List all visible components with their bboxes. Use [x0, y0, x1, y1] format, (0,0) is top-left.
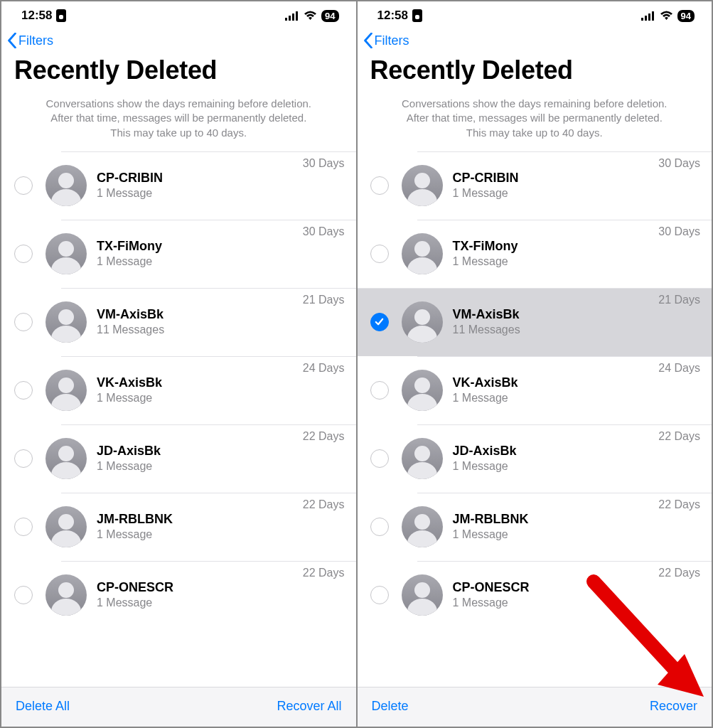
days-remaining: 22 Days: [658, 561, 712, 579]
conversation-subtitle: 1 Message: [453, 187, 659, 200]
conversation-subtitle: 1 Message: [97, 187, 303, 200]
conversation-subtitle: 1 Message: [97, 528, 303, 541]
chevron-left-icon: [363, 33, 373, 48]
days-remaining: 30 Days: [303, 220, 356, 238]
svg-rect-3: [296, 11, 298, 21]
delete-all-button[interactable]: Delete All: [16, 699, 70, 714]
conversation-row[interactable]: CP-ONESCR1 Message22 Days: [1, 561, 356, 629]
sim-icon: [412, 9, 422, 22]
avatar-icon: [45, 301, 87, 343]
svg-rect-4: [641, 18, 643, 21]
conversation-row[interactable]: JM-RBLBNK1 Message22 Days: [358, 493, 712, 561]
select-checkbox[interactable]: [14, 381, 33, 400]
conversation-name: JM-RBLBNK: [97, 512, 303, 527]
select-checkbox[interactable]: [370, 176, 389, 195]
select-checkbox[interactable]: [14, 245, 33, 263]
conversation-name: TX-FiMony: [97, 239, 303, 254]
select-checkbox[interactable]: [14, 176, 33, 195]
conversation-name: CP-CRIBIN: [453, 171, 659, 186]
avatar-icon: [402, 165, 443, 206]
svg-rect-2: [292, 14, 294, 21]
days-remaining: 30 Days: [658, 151, 712, 170]
days-remaining: 22 Days: [658, 424, 712, 443]
avatar-icon: [402, 506, 443, 547]
conversation-row[interactable]: CP-CRIBIN1 Message30 Days: [358, 151, 712, 220]
battery-indicator: 94: [321, 10, 338, 22]
phone-screenshot-right: 12:58 94 Filters Recently Deleted Conver…: [358, 1, 712, 727]
page-description: Conversations show the days remaining be…: [1, 92, 356, 151]
status-bar: 12:58 94: [1, 1, 356, 26]
conversation-row[interactable]: TX-FiMony1 Message30 Days: [1, 220, 356, 288]
days-remaining: 22 Days: [303, 561, 356, 579]
page-title: Recently Deleted: [1, 54, 356, 92]
conversation-row[interactable]: VK-AxisBk1 Message24 Days: [358, 356, 712, 424]
select-checkbox[interactable]: [14, 586, 33, 604]
conversation-name: JD-AxisBk: [453, 444, 659, 459]
conversation-row[interactable]: CP-ONESCR1 Message22 Days: [358, 561, 712, 629]
select-checkbox[interactable]: [370, 381, 389, 400]
select-checkbox[interactable]: [14, 449, 33, 468]
phone-screenshot-left: 12:58 94 Filters Recently Deleted Conver…: [1, 1, 356, 727]
select-checkbox[interactable]: [370, 245, 389, 263]
conversation-subtitle: 1 Message: [453, 596, 659, 609]
conversation-row[interactable]: VK-AxisBk1 Message24 Days: [1, 356, 356, 424]
conversation-list: CP-CRIBIN1 Message30 DaysTX-FiMony1 Mess…: [358, 151, 712, 687]
days-remaining: 22 Days: [658, 493, 712, 511]
avatar-icon: [45, 165, 87, 206]
days-remaining: 24 Days: [303, 356, 356, 375]
conversation-subtitle: 1 Message: [453, 460, 659, 473]
page-title: Recently Deleted: [358, 54, 712, 92]
recover-all-button[interactable]: Recover All: [277, 699, 341, 714]
avatar-icon: [45, 370, 87, 411]
conversation-subtitle: 1 Message: [453, 392, 659, 405]
sim-icon: [56, 9, 66, 22]
conversation-row[interactable]: JD-AxisBk1 Message22 Days: [358, 424, 712, 493]
conversation-name: VM-AxisBk: [453, 307, 659, 322]
conversation-name: VK-AxisBk: [97, 375, 303, 390]
back-button[interactable]: Filters: [358, 26, 712, 54]
select-checkbox[interactable]: [370, 518, 389, 536]
days-remaining: 24 Days: [658, 356, 712, 375]
svg-rect-5: [645, 16, 647, 21]
days-remaining: 30 Days: [658, 220, 712, 238]
conversation-subtitle: 1 Message: [97, 596, 303, 609]
delete-button[interactable]: Delete: [372, 699, 409, 714]
conversation-row[interactable]: TX-FiMony1 Message30 Days: [358, 220, 712, 288]
conversation-row[interactable]: JM-RBLBNK1 Message22 Days: [1, 493, 356, 561]
chevron-left-icon: [7, 33, 17, 48]
days-remaining: 21 Days: [303, 288, 356, 306]
conversation-row[interactable]: CP-CRIBIN1 Message30 Days: [1, 151, 356, 220]
select-checkbox[interactable]: [14, 518, 33, 536]
days-remaining: 22 Days: [303, 424, 356, 443]
conversation-row[interactable]: JD-AxisBk1 Message22 Days: [1, 424, 356, 493]
cellular-icon: [641, 11, 655, 21]
conversation-subtitle: 1 Message: [453, 255, 659, 268]
svg-rect-7: [652, 11, 654, 21]
select-checkbox[interactable]: [370, 586, 389, 604]
days-remaining: 21 Days: [658, 288, 712, 306]
avatar-icon: [45, 574, 87, 616]
toolbar: Delete Recover: [358, 687, 712, 727]
avatar-icon: [402, 301, 443, 343]
select-checkbox[interactable]: [14, 313, 33, 331]
back-button[interactable]: Filters: [1, 26, 356, 54]
conversation-name: VK-AxisBk: [453, 375, 659, 390]
back-label: Filters: [18, 33, 53, 48]
status-time: 12:58: [21, 9, 52, 23]
avatar-icon: [402, 370, 443, 411]
conversation-subtitle: 11 Messages: [97, 323, 303, 336]
select-checkbox[interactable]: [370, 449, 389, 468]
page-description: Conversations show the days remaining be…: [358, 92, 712, 151]
select-checkbox[interactable]: [370, 313, 389, 331]
toolbar: Delete All Recover All: [1, 687, 356, 727]
svg-rect-6: [648, 14, 650, 21]
recover-button[interactable]: Recover: [650, 699, 697, 714]
svg-rect-0: [285, 18, 287, 21]
back-label: Filters: [375, 33, 409, 48]
wifi-icon: [660, 11, 673, 21]
conversation-row[interactable]: VM-AxisBk11 Messages21 Days: [358, 288, 712, 356]
conversation-name: CP-CRIBIN: [97, 171, 303, 186]
conversation-subtitle: 1 Message: [97, 392, 303, 405]
conversation-row[interactable]: VM-AxisBk11 Messages21 Days: [1, 288, 356, 356]
status-bar: 12:58 94: [358, 1, 712, 26]
